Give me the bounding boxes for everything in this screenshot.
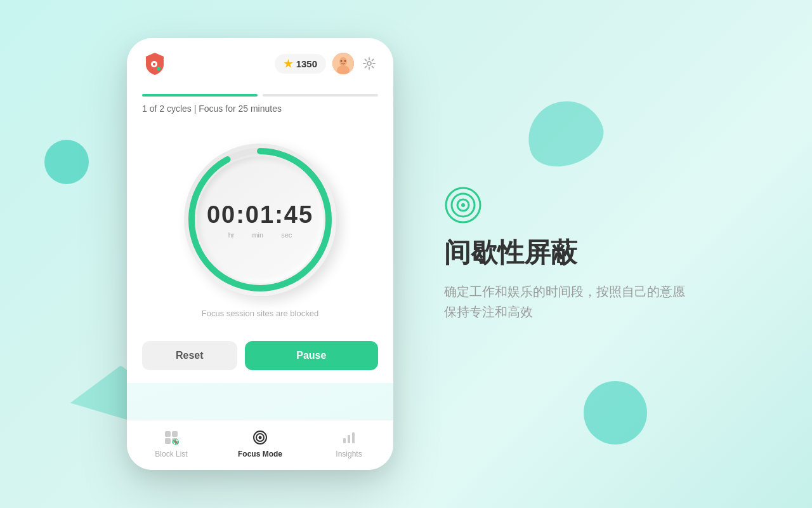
min-label: min bbox=[252, 231, 263, 239]
progress-bar-2 bbox=[263, 94, 378, 97]
svg-rect-11 bbox=[165, 431, 171, 437]
feature-icon bbox=[444, 186, 482, 224]
svg-point-6 bbox=[341, 60, 343, 62]
header-right: ★ 1350 bbox=[275, 53, 378, 74]
progress-bar-1 bbox=[142, 94, 258, 97]
block-list-icon bbox=[163, 429, 180, 446]
right-content: 间歇性屏蔽 确定工作和娱乐的时间段，按照自己的意愿保持专注和高效 bbox=[444, 186, 685, 322]
svg-point-2 bbox=[157, 67, 160, 70]
timer-circle: 00:01:45 hr min sec bbox=[184, 144, 336, 296]
timer-display: 00:01:45 bbox=[207, 201, 313, 229]
svg-point-7 bbox=[344, 60, 346, 62]
star-icon: ★ bbox=[284, 58, 292, 70]
timer-labels: hr min sec bbox=[228, 231, 292, 239]
nav-item-block-list[interactable]: Block List bbox=[127, 420, 216, 470]
progress-section: 1 of 2 cycles | Focus for 25 minutes bbox=[127, 86, 393, 124]
feature-description: 确定工作和娱乐的时间段，按照自己的意愿保持专注和高效 bbox=[444, 281, 685, 322]
decorative-blob-top-right bbox=[518, 90, 612, 176]
phone-header: ★ 1350 bbox=[127, 38, 393, 86]
phone-mockup: ★ 1350 bbox=[127, 38, 393, 470]
svg-rect-24 bbox=[348, 435, 350, 443]
svg-rect-12 bbox=[172, 431, 178, 437]
cycle-text: 1 of 2 cycles | Focus for 25 minutes bbox=[142, 104, 282, 114]
reset-button[interactable]: Reset bbox=[142, 341, 237, 370]
svg-point-29 bbox=[461, 203, 465, 207]
nav-item-focus-mode[interactable]: Focus Mode bbox=[216, 420, 304, 470]
svg-point-4 bbox=[339, 57, 347, 66]
svg-point-1 bbox=[153, 63, 155, 65]
points-value: 1350 bbox=[296, 58, 317, 69]
nav-item-insights[interactable]: Insights bbox=[304, 420, 393, 470]
sec-label: sec bbox=[281, 231, 292, 239]
svg-point-8 bbox=[367, 62, 371, 65]
focus-mode-icon bbox=[252, 429, 268, 446]
points-badge[interactable]: ★ 1350 bbox=[275, 54, 326, 74]
focus-mode-label: Focus Mode bbox=[238, 450, 282, 458]
bottom-nav: Block List Focus Mode bbox=[127, 420, 393, 470]
insights-icon bbox=[341, 429, 357, 446]
svg-rect-25 bbox=[352, 432, 355, 443]
timer-area: 00:01:45 hr min sec Focus session sites … bbox=[127, 124, 393, 341]
svg-point-22 bbox=[259, 436, 262, 439]
svg-rect-13 bbox=[165, 438, 171, 444]
app-logo bbox=[142, 51, 167, 76]
focus-status: Focus session sites are blocked bbox=[202, 309, 318, 318]
svg-rect-23 bbox=[343, 438, 346, 443]
decorative-blob-left bbox=[44, 140, 89, 184]
decorative-blob-bottom-right bbox=[584, 381, 647, 444]
timer-outer-ring: 00:01:45 hr min sec bbox=[184, 144, 336, 296]
hr-label: hr bbox=[228, 231, 235, 239]
settings-icon[interactable] bbox=[360, 55, 378, 72]
pause-button[interactable]: Pause bbox=[245, 341, 378, 370]
action-buttons: Reset Pause bbox=[127, 341, 393, 383]
timer-inner: 00:01:45 hr min sec bbox=[197, 156, 324, 283]
insights-label: Insights bbox=[336, 450, 362, 458]
progress-bar-container bbox=[142, 94, 378, 97]
block-list-label: Block List bbox=[155, 450, 187, 458]
page-container: ★ 1350 bbox=[0, 0, 812, 508]
feature-title: 间歇性屏蔽 bbox=[444, 237, 685, 269]
avatar[interactable] bbox=[332, 53, 354, 74]
